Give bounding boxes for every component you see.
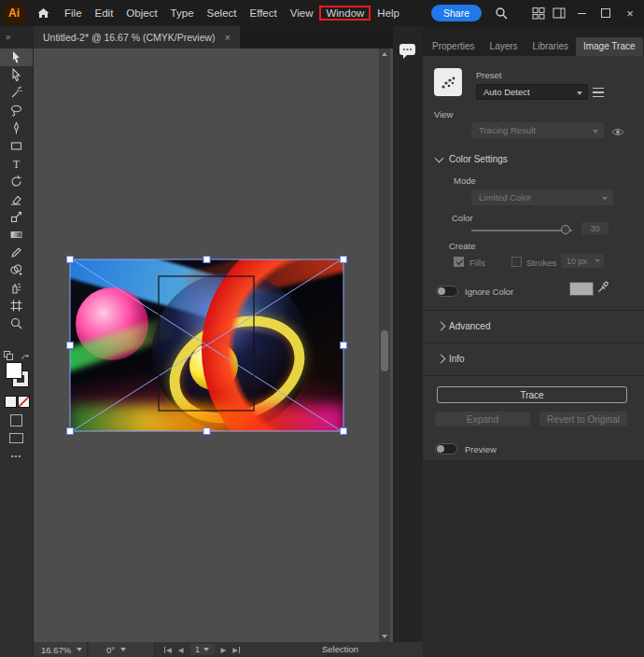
- color-mode-icon[interactable]: [5, 396, 17, 408]
- trace-button[interactable]: Trace: [437, 386, 627, 403]
- last-artboard-button[interactable]: ▶: [232, 646, 240, 654]
- image-trace-panel: Preset Auto Detect View Tracing Result C…: [423, 56, 644, 460]
- comments-panel-button[interactable]: [398, 41, 418, 62]
- toolbar-collapse-icon[interactable]: »: [0, 26, 34, 49]
- view-label: View: [434, 109, 453, 119]
- vertical-scrollbar-thumb[interactable]: [381, 330, 388, 371]
- workspace-switcher-icon[interactable]: [549, 0, 569, 26]
- tool-shape-builder[interactable]: [0, 261, 33, 279]
- inner-bounding-box: [159, 276, 254, 411]
- fills-label: Fills: [469, 258, 485, 268]
- strokes-label: Strokes: [526, 258, 556, 268]
- close-button[interactable]: ×: [618, 0, 642, 26]
- tool-pencil[interactable]: [0, 244, 33, 261]
- share-button[interactable]: Share: [431, 5, 482, 21]
- panel-tab-bar: Properties Layers Libraries Image Trace: [423, 26, 644, 56]
- none-color-icon[interactable]: [18, 396, 30, 408]
- preview-toggle[interactable]: [435, 443, 457, 454]
- menu-select[interactable]: Select: [201, 6, 244, 21]
- default-fill-stroke-icon[interactable]: [4, 351, 12, 359]
- comment-bubble-icon: [399, 43, 417, 60]
- home-button[interactable]: [31, 0, 55, 26]
- tool-type[interactable]: T: [0, 155, 33, 173]
- tab-properties[interactable]: Properties: [425, 37, 483, 56]
- strokes-checkbox: [511, 257, 522, 267]
- image-trace-preset-icon: [434, 68, 462, 96]
- menu-effect[interactable]: Effect: [244, 6, 284, 21]
- color-slider: [471, 230, 572, 231]
- edit-toolbar-button[interactable]: •••: [0, 452, 33, 460]
- zoom-level-dropdown[interactable]: 16.67%: [34, 642, 88, 657]
- screen-mode-icon[interactable]: [9, 433, 23, 443]
- mode-label: Mode: [454, 175, 476, 186]
- revert-to-original-button: Revert to Original: [539, 412, 627, 426]
- color-settings-header[interactable]: Color Settings: [449, 154, 508, 164]
- minimize-button[interactable]: [569, 0, 594, 26]
- mode-dropdown: Limited Color: [471, 189, 613, 205]
- preset-label: Preset: [476, 70, 501, 80]
- tool-rectangle[interactable]: [0, 137, 33, 155]
- create-label: Create: [449, 241, 476, 251]
- tool-scale[interactable]: [0, 208, 33, 226]
- color-label: Color: [452, 213, 473, 223]
- panel-empty-area: [423, 460, 644, 657]
- tool-gradient[interactable]: [0, 226, 33, 244]
- advanced-header[interactable]: Advanced: [449, 321, 490, 331]
- rotation-dropdown[interactable]: 0°: [90, 642, 155, 657]
- tool-pen[interactable]: [0, 119, 33, 137]
- next-artboard-button[interactable]: ▶: [221, 646, 227, 654]
- tool-lasso[interactable]: [0, 102, 33, 119]
- stroke-width-box: 10 px: [561, 254, 604, 268]
- tool-zoom[interactable]: [0, 315, 33, 332]
- canvas[interactable]: [34, 49, 393, 642]
- tool-rotate[interactable]: [0, 173, 33, 190]
- tool-symbol-sprayer[interactable]: [0, 279, 33, 297]
- menu-type[interactable]: Type: [164, 6, 201, 21]
- first-artboard-button[interactable]: ◀: [164, 646, 172, 654]
- artboard-number-dropdown[interactable]: 1: [190, 644, 215, 655]
- minimize-icon: [578, 13, 586, 14]
- menu-file[interactable]: File: [58, 6, 89, 21]
- tab-layers[interactable]: Layers: [483, 37, 525, 56]
- chevron-down-icon: [120, 648, 126, 651]
- document-tab-title: Untitled-2* @ 16.67 % (CMYK/Preview): [43, 32, 216, 43]
- menu-edit[interactable]: Edit: [89, 6, 120, 21]
- previous-artboard-button[interactable]: ◀: [178, 646, 184, 654]
- color-value-box: 30: [581, 222, 609, 235]
- document-tab[interactable]: Untitled-2* @ 16.67 % (CMYK/Preview) ×: [34, 26, 240, 49]
- ignore-color-toggle[interactable]: [436, 286, 458, 297]
- menu-window[interactable]: Window: [319, 6, 371, 21]
- scroll-down-icon[interactable]: [379, 631, 390, 642]
- tab-close-icon[interactable]: ×: [225, 32, 231, 43]
- menu-object[interactable]: Object: [119, 6, 163, 21]
- arrange-documents-icon[interactable]: [528, 0, 549, 26]
- menu-view[interactable]: View: [284, 6, 320, 21]
- draw-mode-icon[interactable]: [10, 414, 22, 426]
- tab-libraries[interactable]: Libraries: [525, 37, 576, 56]
- scroll-up-icon[interactable]: [379, 49, 390, 60]
- status-text: Selection: [322, 644, 358, 654]
- preset-dropdown[interactable]: Auto Detect: [476, 84, 588, 100]
- tool-eraser[interactable]: [0, 190, 33, 208]
- app-bar-right: Share ×: [431, 0, 644, 26]
- tool-artboard[interactable]: [0, 297, 33, 315]
- illustrator-window: Ai File Edit Object Type Select Effect V…: [0, 0, 644, 657]
- ignore-color-label: Ignore Color: [465, 287, 513, 297]
- svg-text:T: T: [13, 159, 20, 170]
- restore-button[interactable]: [594, 0, 618, 26]
- restore-icon: [601, 8, 610, 18]
- collapsed-dock-strip: [393, 26, 423, 657]
- illustrator-logo: Ai: [4, 3, 24, 23]
- right-panel: Properties Layers Libraries Image Trace …: [423, 26, 644, 657]
- tool-direct-selection[interactable]: [0, 66, 33, 84]
- tab-image-trace[interactable]: Image Trace: [576, 37, 643, 56]
- panel-menu-icon[interactable]: [593, 88, 604, 97]
- selection-overlay[interactable]: [66, 256, 347, 435]
- chevron-down-icon: [435, 154, 444, 163]
- info-header[interactable]: Info: [449, 354, 465, 364]
- menu-help[interactable]: Help: [371, 6, 406, 21]
- fill-color-swatch[interactable]: [6, 362, 22, 379]
- search-icon[interactable]: [491, 0, 511, 26]
- tool-magic-wand[interactable]: [0, 84, 33, 102]
- tool-selection[interactable]: [0, 49, 33, 66]
